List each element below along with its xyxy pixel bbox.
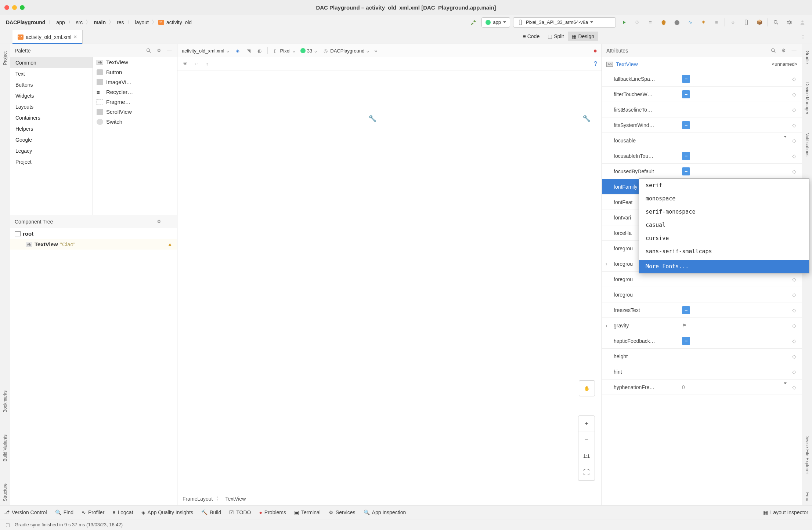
tool-quality[interactable]: ◈App Quality Insights bbox=[141, 509, 194, 515]
tool-logcat[interactable]: ≡Logcat bbox=[112, 509, 133, 515]
tool-todo[interactable]: ☑TODO bbox=[229, 509, 251, 515]
crumb-src[interactable]: src bbox=[75, 19, 84, 25]
gear-icon[interactable] bbox=[784, 17, 794, 28]
font-option-serif[interactable]: serif bbox=[639, 179, 809, 192]
sync-icon[interactable]: ⟐ bbox=[728, 17, 738, 28]
attr-value-cell[interactable]: − bbox=[680, 90, 780, 98]
crumb-project[interactable]: DACPlayground bbox=[4, 19, 47, 25]
coverage-button[interactable]: ⬤ bbox=[672, 17, 682, 28]
tool-profiler[interactable]: ∿Profiler bbox=[82, 509, 104, 515]
rail-file-explorer[interactable]: Device File Explorer bbox=[805, 431, 810, 478]
attr-value-cell[interactable]: − bbox=[680, 75, 780, 83]
attr-flag-icon[interactable]: ◇ bbox=[790, 338, 798, 344]
layers-icon[interactable]: ◈ bbox=[234, 47, 241, 54]
expand-icon[interactable]: › bbox=[606, 261, 611, 267]
attr-row-hyphenationFre[interactable]: hyphenationFre…0◇ bbox=[602, 380, 802, 395]
design-file-selector[interactable]: activity_old_xml.xml⌄ bbox=[182, 48, 230, 54]
rail-gradle[interactable]: Gradle bbox=[805, 47, 810, 68]
view-split-button[interactable]: ◫Split bbox=[544, 32, 567, 41]
font-option-sans-serif-smallcaps[interactable]: sans-serif-smallcaps bbox=[639, 245, 809, 258]
night-icon[interactable]: ◐ bbox=[256, 47, 263, 54]
crumb-app[interactable]: app bbox=[55, 19, 66, 25]
attr-value-cell[interactable]: ⚑ bbox=[680, 323, 780, 328]
search-icon[interactable] bbox=[770, 47, 777, 54]
device-selector[interactable]: Pixel_3a_API_33_arm64-v8a bbox=[513, 17, 616, 28]
attr-flag-icon[interactable]: ◇ bbox=[790, 107, 798, 113]
rail-project[interactable]: Project bbox=[3, 48, 8, 69]
expand-icon[interactable]: › bbox=[606, 323, 611, 328]
run-button[interactable] bbox=[619, 17, 629, 28]
attr-row-foregrou[interactable]: foregrou◇ bbox=[602, 272, 802, 287]
attr-value-cell[interactable]: − bbox=[680, 121, 780, 129]
attr-row-hapticFeedback[interactable]: hapticFeedback…−◇ bbox=[602, 333, 802, 349]
view-design-button[interactable]: ▦Design bbox=[568, 32, 598, 41]
tool-vcs[interactable]: ⎇Version Control bbox=[4, 509, 47, 515]
zoom-in-button[interactable]: + bbox=[578, 416, 595, 432]
search-icon[interactable] bbox=[771, 17, 781, 28]
attr-flag-icon[interactable]: ◇ bbox=[790, 353, 798, 359]
pan-button[interactable]: ✋ bbox=[579, 380, 595, 396]
palette-cat-layouts[interactable]: Layouts bbox=[10, 101, 93, 112]
attach-debug-button[interactable]: ✶ bbox=[698, 17, 708, 28]
attr-flag-icon[interactable]: ◇ bbox=[790, 153, 798, 159]
palette-item-textview[interactable]: AbTextView bbox=[93, 57, 177, 67]
attr-row-focusableInTou[interactable]: focusableInTou…−◇ bbox=[602, 148, 802, 164]
attr-row-fallbackLineSpa[interactable]: fallbackLineSpa…−◇ bbox=[602, 71, 802, 87]
tree-root[interactable]: root bbox=[10, 228, 177, 239]
device-manager-icon[interactable] bbox=[741, 17, 751, 28]
rail-emulator[interactable]: Emu bbox=[805, 489, 810, 505]
chevron-down-icon[interactable] bbox=[780, 138, 790, 144]
rerun-button[interactable]: ⟳ bbox=[632, 17, 642, 28]
eye-icon[interactable]: 👁 bbox=[182, 61, 188, 67]
tool-inspection[interactable]: 🔍App Inspection bbox=[364, 509, 406, 515]
editor-tab[interactable]: activity_old_xml.xml × bbox=[12, 30, 83, 44]
close-tab-icon[interactable]: × bbox=[73, 34, 77, 40]
stop-button[interactable]: ■ bbox=[711, 17, 722, 28]
attr-value-cell[interactable]: − bbox=[680, 306, 780, 314]
font-option-more-fonts[interactable]: More Fonts... bbox=[639, 260, 809, 273]
zoom-11-button[interactable]: 1:1 bbox=[578, 448, 595, 464]
palette-cat-containers[interactable]: Containers bbox=[10, 112, 93, 123]
debug-button[interactable] bbox=[658, 17, 669, 28]
profile-button[interactable]: ∿ bbox=[685, 17, 695, 28]
palette-cat-widgets[interactable]: Widgets bbox=[10, 90, 93, 101]
design-canvas[interactable]: 🔧 🔧 ✋ + − 1:1 ⛶ bbox=[177, 70, 602, 492]
gear-icon[interactable]: ⚙ bbox=[156, 47, 162, 54]
minimize-icon[interactable]: — bbox=[166, 218, 173, 225]
attr-value-cell[interactable]: − bbox=[680, 337, 780, 345]
gear-icon[interactable]: ⚙ bbox=[780, 47, 787, 54]
attr-value-cell[interactable]: − bbox=[680, 167, 780, 175]
minimize-icon[interactable]: — bbox=[166, 47, 173, 54]
attr-flag-icon[interactable]: ◇ bbox=[790, 323, 798, 328]
attr-flag-icon[interactable]: ◇ bbox=[790, 307, 798, 313]
palette-item-scrollview[interactable]: ScrollView bbox=[93, 107, 177, 117]
gear-icon[interactable]: ⚙ bbox=[156, 218, 162, 225]
panel-icon[interactable]: ▢ bbox=[4, 522, 11, 528]
attr-flag-icon[interactable]: ◇ bbox=[790, 384, 798, 390]
tool-services[interactable]: ⚙Services bbox=[329, 509, 356, 515]
rail-device-manager[interactable]: Device Manager bbox=[805, 79, 810, 118]
tool-terminal[interactable]: ▣Terminal bbox=[294, 509, 321, 515]
apply-changes-button[interactable]: ≡ bbox=[645, 17, 656, 28]
minimize-icon[interactable]: — bbox=[791, 47, 797, 54]
device-picker[interactable]: ▯Pixel⌄ bbox=[272, 47, 296, 54]
crumb-file[interactable]: activity_old bbox=[165, 19, 193, 25]
rail-bookmarks[interactable]: Bookmarks bbox=[3, 387, 8, 416]
zoom-out-button[interactable]: − bbox=[578, 432, 595, 448]
attr-row-hint[interactable]: hint◇ bbox=[602, 364, 802, 380]
attr-row-fitsSystemWind[interactable]: fitsSystemWind…−◇ bbox=[602, 117, 802, 133]
tool-find[interactable]: 🔍Find bbox=[55, 509, 73, 515]
tool-layout-inspector[interactable]: ▦Layout Inspector bbox=[763, 509, 808, 515]
rail-notifications[interactable]: Notifications bbox=[805, 129, 810, 160]
view-code-button[interactable]: ≡Code bbox=[519, 32, 544, 41]
zoom-fit-button[interactable]: ⛶ bbox=[578, 464, 595, 480]
palette-cat-text[interactable]: Text bbox=[10, 68, 93, 79]
attr-row-height[interactable]: height◇ bbox=[602, 349, 802, 364]
tool-build[interactable]: 🔨Build bbox=[201, 509, 221, 515]
attr-flag-icon[interactable]: ◇ bbox=[790, 76, 798, 82]
attr-row-focusable[interactable]: focusable◇ bbox=[602, 133, 802, 148]
attr-row-filterTouchesW[interactable]: filterTouchesW…−◇ bbox=[602, 87, 802, 102]
theme-picker[interactable]: ◎DACPlayground⌄ bbox=[322, 47, 370, 54]
palette-item-button[interactable]: Button bbox=[93, 67, 177, 77]
attr-flag-icon[interactable]: ◇ bbox=[790, 276, 798, 282]
